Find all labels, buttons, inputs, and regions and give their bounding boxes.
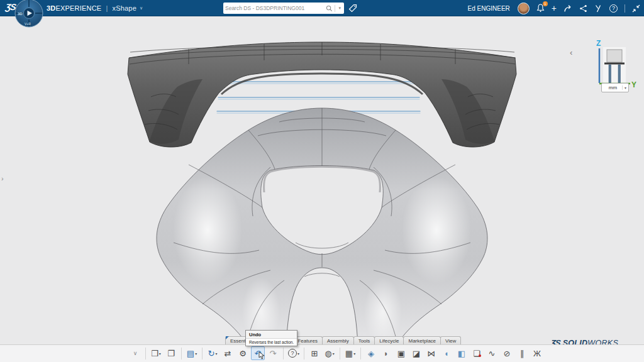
top-bar: ƷS 3D V+R 3DEXPERIENCE | xShape ∨ bbox=[0, 0, 644, 16]
view-modes-icon: ◍ bbox=[325, 349, 331, 358]
design-table-button[interactable]: ⊞ bbox=[308, 346, 321, 360]
save-icon: ▤ bbox=[187, 349, 194, 358]
tab-lifecycle[interactable]: Lifecycle bbox=[374, 336, 404, 344]
bend-surface-button[interactable]: ◗ bbox=[379, 346, 393, 360]
design-table-icon: ⊞ bbox=[311, 349, 318, 358]
split-face-icon: ⊘ bbox=[504, 349, 511, 358]
compass-3d-label: 3D bbox=[18, 12, 23, 16]
tooltip-description: Reverses the last action. bbox=[246, 339, 297, 346]
tooltip-title: Undo bbox=[246, 331, 297, 339]
symmetry-button[interactable]: Ж bbox=[530, 346, 544, 360]
tab-tools[interactable]: Tools bbox=[353, 336, 375, 344]
units-dropdown[interactable]: mm ▾ bbox=[601, 83, 629, 92]
undo-button[interactable]: ↶ bbox=[251, 346, 265, 360]
delete-face-button[interactable]: ❏ bbox=[470, 346, 484, 360]
tab-marketplace[interactable]: Marketplace bbox=[403, 336, 441, 344]
help-button[interactable]: ?▾ bbox=[287, 346, 301, 360]
primitive-plane-icon: ◈ bbox=[368, 349, 374, 358]
seat-surface bbox=[157, 108, 487, 344]
fill-surface-icon: ◖ bbox=[444, 349, 449, 358]
manage-properties-icon: ⇄ bbox=[225, 349, 231, 358]
primitive-plane-button[interactable]: ◈ bbox=[364, 346, 378, 360]
redo-button[interactable]: ↷ bbox=[266, 346, 280, 360]
add-content-icon[interactable]: + bbox=[552, 4, 557, 13]
chevron-down-icon: ▾ bbox=[297, 351, 299, 356]
help-icon[interactable]: ? bbox=[609, 4, 618, 13]
fill-surface-button[interactable]: ◖ bbox=[440, 346, 453, 360]
tab-pin-icon bbox=[226, 336, 229, 339]
split-face-button[interactable]: ⊘ bbox=[500, 346, 514, 360]
compress-window-icon[interactable] bbox=[632, 4, 640, 13]
toolbar-separator bbox=[340, 348, 340, 359]
axis-z-label: Z bbox=[596, 39, 601, 48]
toolbar-separator bbox=[202, 348, 203, 359]
3dswym-icon[interactable] bbox=[594, 4, 602, 13]
patch-surface-button[interactable]: ◪ bbox=[409, 346, 423, 360]
offset-surface-icon: ∥ bbox=[520, 349, 525, 358]
toolbar-separator bbox=[283, 348, 284, 359]
grid-options-button[interactable]: ▦▾ bbox=[343, 346, 357, 360]
search-icon[interactable] bbox=[326, 5, 333, 12]
app-name: xShape bbox=[112, 4, 136, 12]
divider bbox=[625, 4, 625, 13]
user-avatar[interactable] bbox=[518, 3, 530, 14]
frame-faces-button[interactable]: ▣ bbox=[394, 346, 408, 360]
chevron-down-icon: ▾ bbox=[333, 351, 335, 356]
open-part-button[interactable]: ❐ bbox=[164, 346, 178, 360]
collapse-toolbar-icon: ∨ bbox=[133, 351, 138, 356]
user-name[interactable]: Ed ENGINEER bbox=[468, 5, 510, 12]
notifications-bell-icon[interactable]: 1 bbox=[536, 4, 545, 13]
axis-y-label: Y bbox=[631, 80, 636, 89]
save-button[interactable]: ▤▾ bbox=[185, 346, 199, 360]
chevron-down-icon: ▾ bbox=[353, 351, 355, 356]
manage-properties-button[interactable]: ⇄ bbox=[221, 346, 235, 360]
app-title[interactable]: 3DEXPERIENCE | xShape ∨ bbox=[47, 0, 143, 16]
badge-dot bbox=[479, 354, 481, 357]
thicken-button[interactable]: ◧ bbox=[455, 346, 469, 360]
frame-faces-icon: ▣ bbox=[397, 349, 405, 358]
flex-curve-button[interactable]: ∿ bbox=[485, 346, 499, 360]
tag-icon[interactable] bbox=[348, 3, 358, 13]
right-panel-collapse[interactable]: ‹ bbox=[570, 48, 572, 57]
toolbar-separator bbox=[181, 348, 182, 359]
search-bar[interactable]: ▾ bbox=[223, 3, 344, 14]
mouse-cursor-icon bbox=[258, 351, 265, 361]
left-panel-expander[interactable]: › bbox=[1, 175, 4, 182]
search-input[interactable] bbox=[225, 5, 326, 11]
3dexperience-compass[interactable]: 3D V+R bbox=[14, 0, 43, 28]
toolbar-separator bbox=[304, 348, 304, 359]
toolbar-separator bbox=[360, 348, 361, 359]
settings-gear-button[interactable]: ⚙ bbox=[236, 346, 250, 360]
collapse-toolbar-button[interactable]: ∨ bbox=[128, 346, 142, 360]
bottom-toolbar: ∨❒▾❐▤▾↻▾⇄⚙↶↷?▾⊞◍▾▦▾◈◗▣◪⋈◖◧❏∿⊘∥Ж bbox=[0, 344, 644, 362]
share-network-icon[interactable] bbox=[579, 4, 587, 13]
new-part-button[interactable]: ❒▾ bbox=[149, 346, 163, 360]
notification-badge: 1 bbox=[543, 1, 548, 6]
tab-assembly[interactable]: Assembly bbox=[322, 336, 354, 344]
grid-options-icon: ▦ bbox=[345, 349, 353, 358]
stretch-mesh-icon: ⋈ bbox=[428, 349, 436, 358]
tab-label: Features bbox=[297, 338, 318, 344]
tab-label: Assembly bbox=[327, 338, 349, 344]
redo-icon: ↷ bbox=[270, 349, 277, 358]
lifecycle-sync-button[interactable]: ↻▾ bbox=[206, 346, 219, 360]
settings-gear-icon: ⚙ bbox=[239, 349, 247, 358]
undo-tooltip: Undo Reverses the last action. bbox=[245, 330, 297, 346]
divider bbox=[335, 5, 335, 12]
chevron-down-icon: ▾ bbox=[159, 351, 161, 356]
chevron-down-icon: ▾ bbox=[622, 85, 626, 90]
offset-surface-button[interactable]: ∥ bbox=[515, 346, 529, 360]
tab-label: Lifecycle bbox=[379, 338, 399, 344]
tab-view[interactable]: View bbox=[440, 336, 461, 344]
units-value: mm bbox=[604, 85, 622, 90]
bend-surface-icon: ◗ bbox=[384, 349, 389, 358]
view-modes-button[interactable]: ◍▾ bbox=[323, 346, 336, 360]
stretch-mesh-button[interactable]: ⋈ bbox=[425, 346, 438, 360]
viewport-3d[interactable]: › ‹ Z Y mm ▾ ƷS SOLID WOR bbox=[0, 16, 644, 344]
chevron-down-icon: ▾ bbox=[215, 351, 217, 356]
chevron-down-icon: ∨ bbox=[140, 6, 143, 11]
search-options-chevron[interactable]: ▾ bbox=[337, 6, 342, 11]
tab-label: Marketplace bbox=[408, 338, 436, 344]
compass-vr-label: V+R bbox=[25, 22, 31, 26]
share-forward-icon[interactable] bbox=[564, 4, 572, 13]
